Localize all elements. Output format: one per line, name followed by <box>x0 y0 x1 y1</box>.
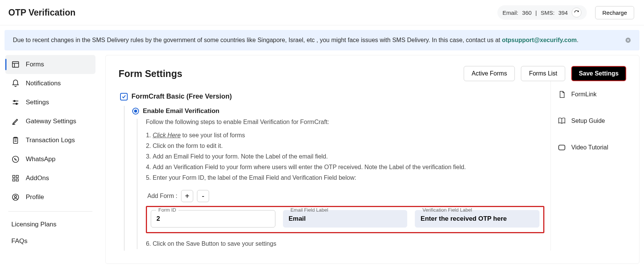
enable-email-verification-radio[interactable]: Enable Email Verification <box>132 107 544 115</box>
sidebar-licensing-plans[interactable]: Licensing Plans <box>5 216 95 233</box>
add-form-label: Add Form : <box>147 193 177 199</box>
whatsapp-icon <box>11 155 20 163</box>
setup-guide-button[interactable]: Setup Guide <box>556 108 626 134</box>
add-form-plus-button[interactable]: + <box>181 190 193 202</box>
svg-rect-7 <box>16 176 19 178</box>
instruction-text: Follow the following steps to enable Ema… <box>146 119 544 126</box>
email-field-label: Email Field Label <box>288 207 331 213</box>
email-credit-label: Email: <box>503 9 519 16</box>
user-circle-icon <box>11 193 20 201</box>
layout-icon <box>11 60 20 69</box>
step-4: Add an Verification Field to your form w… <box>153 162 544 173</box>
document-icon <box>557 89 567 99</box>
save-settings-button[interactable]: Save Settings <box>571 66 626 81</box>
radio-selected-icon <box>132 108 139 115</box>
sliders-icon <box>11 98 20 107</box>
notice-email-link[interactable]: otpsupport@xecurify.com <box>502 37 577 43</box>
recharge-button[interactable]: Recharge <box>595 6 634 19</box>
sidebar-item-gateway-settings[interactable]: Gateway Settings <box>5 112 95 131</box>
grid-icon <box>11 174 20 182</box>
svg-rect-1 <box>13 62 19 68</box>
svg-point-3 <box>16 103 17 105</box>
email-credit-value: 360 <box>522 9 531 16</box>
video-tutorial-button[interactable]: Video Tutorial <box>556 134 626 161</box>
credit-balance: Email: 360 | SMS: 394 <box>497 5 587 20</box>
svg-rect-8 <box>13 179 15 181</box>
form-fields-group: Form ID Email Field Label Verification F… <box>146 206 544 233</box>
active-forms-button[interactable]: Active Forms <box>464 66 515 81</box>
formcraft-basic-checkbox[interactable]: FormCraft Basic (Free Version) <box>119 93 544 100</box>
sidebar-item-notifications[interactable]: Notifications <box>5 74 95 93</box>
close-icon[interactable] <box>625 37 631 43</box>
main-card: Form Settings Active Forms Forms List Sa… <box>105 55 639 264</box>
refresh-credits-button[interactable] <box>572 8 581 17</box>
svg-point-2 <box>14 100 15 102</box>
sidebar-faqs[interactable]: FAQs <box>5 233 95 250</box>
formlink-button[interactable]: FormLink <box>556 81 626 108</box>
sidebar-item-settings[interactable]: Settings <box>5 93 95 112</box>
sidebar-item-label: Settings <box>26 99 49 106</box>
sms-credit-label: SMS: <box>541 9 555 16</box>
book-icon <box>557 116 567 126</box>
step-1: Click Here to see your list of forms <box>153 130 544 141</box>
sidebar-item-whatsapp[interactable]: WhatsApp <box>5 150 95 169</box>
radio-label: Enable Email Verification <box>143 107 219 115</box>
pen-icon <box>11 117 20 126</box>
video-icon <box>557 143 567 152</box>
sidebar-item-label: Forms <box>26 61 44 68</box>
sidebar-item-forms[interactable]: Forms <box>5 55 95 74</box>
step-6: Click on the Save Button to save your se… <box>153 239 544 249</box>
verification-field-label: Verification Field Label <box>420 207 474 213</box>
clipboard-icon <box>11 136 20 144</box>
checkbox-checked-icon <box>120 93 128 100</box>
sidebar-item-addons[interactable]: AddOns <box>5 169 95 188</box>
forms-list-button[interactable]: Forms List <box>521 66 565 81</box>
form-id-label: Form ID <box>156 207 178 213</box>
page-title: OTP Verification <box>8 8 75 18</box>
sidebar-item-transaction-logs[interactable]: Transaction Logs <box>5 131 95 150</box>
svg-rect-6 <box>13 176 15 178</box>
svg-rect-9 <box>16 179 19 181</box>
bell-icon <box>11 79 20 88</box>
right-panel: FormLink Setup Guide Video Tutorial <box>550 81 626 251</box>
sidebar-item-label: WhatsApp <box>26 155 55 163</box>
sidebar-item-label: AddOns <box>26 174 49 182</box>
svg-point-11 <box>14 195 17 198</box>
sidebar-item-profile[interactable]: Profile <box>5 188 95 207</box>
refresh-icon <box>574 10 579 15</box>
notice-banner: Due to recent changes in the SMS Deliver… <box>5 30 639 50</box>
sms-credit-value: 394 <box>558 9 568 16</box>
card-title: Form Settings <box>119 68 182 79</box>
step-3: Add an Email Field to your form. Note th… <box>153 151 544 162</box>
sidebar-item-label: Transaction Logs <box>26 137 75 144</box>
sidebar-item-label: Gateway Settings <box>26 118 76 125</box>
step-2: Click on the form to edit it. <box>153 141 544 151</box>
add-form-minus-button[interactable]: - <box>197 190 209 202</box>
sidebar: Forms Notifications Settings Gateway Set… <box>5 55 96 250</box>
sidebar-item-label: Profile <box>26 193 44 201</box>
section-label: FormCraft Basic (Free Version) <box>131 93 232 100</box>
svg-rect-12 <box>559 145 565 150</box>
notice-text: Due to recent changes in the SMS Deliver… <box>13 37 502 43</box>
step-5: Enter your Form ID, the label of the Ema… <box>153 173 544 183</box>
sidebar-item-label: Notifications <box>26 80 61 87</box>
click-here-link[interactable]: Click Here <box>153 132 181 138</box>
